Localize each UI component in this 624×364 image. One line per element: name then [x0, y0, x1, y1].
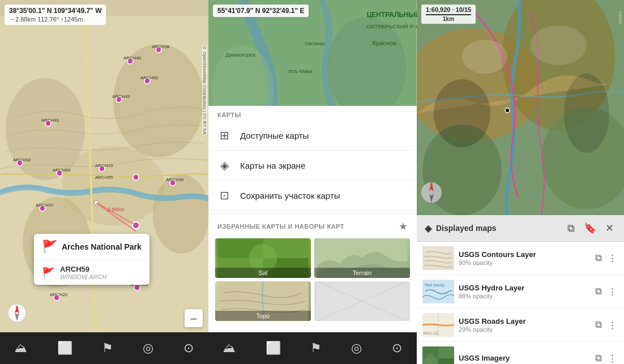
flag-button-1[interactable]: ⚑ [97, 336, 118, 360]
svg-point-2 [113, 44, 204, 157]
svg-text:ARCH03: ARCH03 [53, 168, 71, 173]
layer-thumb-roads-svg: МЧС-15 [422, 313, 454, 337]
svg-point-5 [153, 174, 208, 254]
layers-title-text: Displayed maps [436, 224, 497, 233]
svg-point-69 [462, 40, 507, 74]
save-map-area-item[interactable]: ⊡ Сохранить участок карты [208, 181, 417, 211]
popup-item-info: ARCH59 WINDOW ARCH [60, 265, 106, 280]
popup-item-name: ARCH59 [60, 265, 106, 273]
svg-text:Красноя...: Красноя... [373, 40, 401, 46]
layers-title: ◈ Displayed maps [425, 223, 497, 234]
svg-text:ARCH37: ARCH37 [36, 203, 54, 208]
layer-thumb-roads: МЧС-15 [422, 313, 454, 337]
coordinate-bar-2: 55°41'07.9" N 92°32'49.1" E [213, 5, 309, 17]
svg-text:2.88km: 2.88km [108, 207, 125, 212]
thumb-blank[interactable] [314, 281, 410, 321]
save-map-label: Сохранить участок карты [240, 191, 340, 200]
layer-thumb-imagery-svg [422, 346, 454, 364]
svg-text:ARCH30: ARCH30 [166, 177, 184, 182]
target-button-1[interactable]: ◎ [138, 336, 158, 360]
thumb-terrain-label: Terrain [314, 268, 410, 278]
thumb-terrain[interactable]: Terrain [314, 238, 410, 278]
thumb-sat[interactable]: Sat [215, 238, 311, 278]
fav-add-button[interactable]: ★ [399, 220, 408, 233]
target-button-2[interactable]: ◎ [347, 336, 366, 360]
layer-thumb-imagery [422, 346, 454, 364]
svg-text:ARCH40: ARCH40 [123, 55, 142, 61]
layers-header-actions: ⧉ 🔖 ✕ [565, 221, 616, 235]
layer-item-imagery: USGS Imagery ⧉ ⋮ [417, 342, 624, 364]
map-top-section: N 1:60,920 · 10/15 1km USGS [417, 0, 624, 215]
svg-point-70 [530, 25, 587, 65]
svg-text:Дивногорск: Дивногорск [226, 52, 256, 58]
flag-button-2[interactable]: ⚑ [306, 336, 326, 360]
maps-on-screen-item[interactable]: ◈ Карты на экране [208, 151, 417, 181]
svg-text:ARCH32: ARCH32 [13, 157, 31, 162]
available-maps-icon: ⊞ [217, 129, 231, 142]
layer-more-roads[interactable]: ⋮ [606, 318, 618, 332]
popup-item-flag: 🚩 [42, 267, 54, 279]
layer-actions-roads: ⧉ ⋮ [594, 318, 618, 332]
popup-item-sub: WINDOW ARCH [60, 273, 106, 280]
section-maps-title: КАРТЫ [208, 106, 417, 121]
topo-svg-1: 2.88km ARCH40 ARCH52 ARCH38 ARCH43 ARCH4… [0, 0, 208, 364]
layer-copy-roads[interactable]: ⧉ [594, 318, 603, 332]
svg-text:ARCH23: ARCH23 [95, 163, 113, 168]
available-maps-item[interactable]: ⊞ Доступные карты [208, 121, 417, 151]
svg-text:N: N [430, 182, 433, 186]
zoom-out-button[interactable]: – [185, 309, 203, 327]
layer-more-contours[interactable]: ⋮ [606, 251, 618, 265]
layer-name-contours: USGS Contours Layer [459, 250, 589, 259]
scale-km: 1km [426, 14, 471, 22]
layers-header: ◈ Displayed maps ⧉ 🔖 ✕ [417, 215, 624, 242]
coordinate-bar-1: 38°35'00.1" N 109°34'49.7" W →2.88km 112… [5, 5, 106, 25]
svg-text:МЧС-15: МЧС-15 [424, 331, 438, 335]
layer-name-hydro: USGS Hydro Layer [459, 284, 589, 292]
svg-text:ARCH38: ARCH38 [152, 44, 170, 49]
available-maps-label: Доступные карты [240, 131, 309, 140]
map-button-1[interactable]: ⬜ [53, 336, 77, 360]
osm-attribution: © OpenStreetMap Contributors | CC BY SA [202, 45, 207, 134]
layer-opacity-roads: 29% opacity [459, 326, 589, 333]
mountain-button-2[interactable]: ⛰ [219, 336, 240, 360]
layer-info-roads: USGS Roads Layer 29% opacity [459, 317, 589, 333]
location-popup[interactable]: 🚩 Arches National Park 🚩 ARCH59 WINDOW A… [34, 234, 149, 285]
layer-copy-contours[interactable]: ⧉ [594, 251, 603, 265]
svg-text:ARCH41: ARCH41 [41, 118, 59, 123]
menu-sheet: КАРТЫ ⊞ Доступные карты ◈ Карты на экран… [208, 106, 417, 332]
thumb-topo[interactable]: Topo [215, 281, 311, 321]
compass-button-2[interactable]: ⊙ [387, 336, 407, 360]
layers-copy-button[interactable]: ⧉ [565, 221, 577, 235]
layer-more-hydro[interactable]: ⋮ [606, 285, 618, 299]
panel3-attribution: USGS [618, 11, 623, 24]
svg-point-45 [327, 17, 406, 118]
layers-close-button[interactable]: ✕ [603, 221, 616, 235]
layers-panel: ◈ Displayed maps ⧉ 🔖 ✕ USGS [417, 215, 624, 364]
maps-on-screen-icon: ◈ [217, 159, 231, 172]
bottom-toolbar-2: ⛰ ⬜ ⚑ ◎ ⊙ [208, 332, 417, 364]
layer-info-imagery: USGS Imagery [459, 354, 589, 363]
layer-copy-hydro[interactable]: ⧉ [594, 285, 603, 298]
layer-copy-imagery[interactable]: ⧉ [594, 352, 603, 364]
svg-rect-84 [438, 358, 454, 364]
layer-more-imagery[interactable]: ⋮ [606, 352, 618, 365]
layer-actions-contours: ⧉ ⋮ [594, 251, 618, 265]
panel-map-arches: 2.88km ARCH40 ARCH52 ARCH38 ARCH43 ARCH4… [0, 0, 208, 364]
panel-layers: N 1:60,920 · 10/15 1km USGS ◈ Displayed … [417, 0, 624, 364]
map-background-1: 2.88km ARCH40 ARCH52 ARCH38 ARCH43 ARCH4… [0, 0, 208, 364]
layers-bookmark-button[interactable]: 🔖 [582, 221, 599, 235]
svg-text:ОКТЯБРЬСКИЙ Р-Н: ОКТЯБРЬСКИЙ Р-Н [367, 23, 417, 29]
scale-bar: 1:60,920 · 10/15 1km [421, 5, 476, 24]
layer-name-roads: USGS Roads Layer [459, 317, 589, 326]
svg-point-68 [505, 108, 510, 113]
compass-icon: N [7, 303, 27, 323]
svg-text:N: N [15, 305, 18, 309]
svg-text:Red Sandy: Red Sandy [425, 283, 445, 288]
scale-value: 1:60,920 · 10/15 [426, 6, 471, 13]
popup-item[interactable]: 🚩 ARCH59 WINDOW ARCH [34, 260, 149, 285]
map-button-2[interactable]: ⬜ [261, 336, 285, 360]
compass-button-1[interactable]: ⊙ [179, 336, 198, 360]
mountain-button-1[interactable]: ⛰ [10, 336, 32, 360]
map-svg-3: N [417, 0, 624, 215]
popup-header: 🚩 Arches National Park [34, 234, 149, 260]
